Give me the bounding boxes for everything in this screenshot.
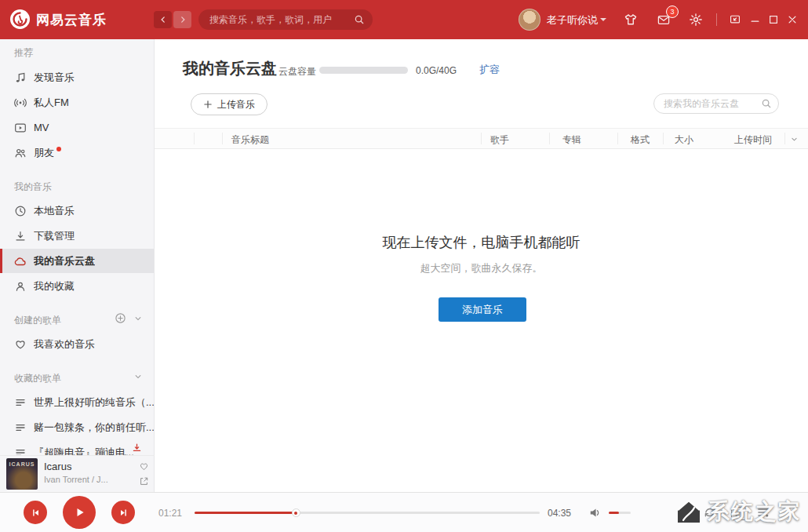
column-divider [549,133,550,144]
mini-mode-icon[interactable] [729,13,741,25]
message-badge: 3 [666,5,679,18]
app-title: 网易云音乐 [36,11,107,29]
add-playlist-icon[interactable] [115,312,126,324]
cloud-search[interactable] [653,93,779,114]
plus-icon [203,100,213,109]
play-queue-icon[interactable] [756,505,770,519]
column-header-artist[interactable]: 歌手 [490,133,509,147]
add-music-button[interactable]: 添加音乐 [439,297,526,322]
sidebar-item-playlist[interactable]: 赌一包辣条，你的前任听... [0,415,155,439]
collapse-collected-chevron-icon[interactable] [133,372,143,381]
topbar-divider [716,13,717,26]
upload-music-button[interactable]: 上传音乐 [191,93,268,115]
progress-thumb[interactable] [292,508,300,517]
play-icon [72,505,86,519]
total-time: 04:35 [548,508,571,519]
cloud-search-input[interactable] [654,94,778,113]
sidebar-item-label: 我的音乐云盘 [34,254,95,268]
empty-state-title: 现在上传文件，电脑手机都能听 [155,233,808,252]
app-logo-icon[interactable] [9,9,31,30]
search-icon[interactable] [761,98,772,109]
chevron-right-icon [179,16,187,24]
sidebar-item-playlist[interactable]: 世界上很好听的纯音乐（... [0,390,155,414]
topbar-search[interactable] [198,9,373,30]
next-track-button[interactable] [111,501,135,524]
download-icon [14,230,27,242]
sidebar-item-label: 我的收藏 [34,279,75,293]
back-button[interactable] [154,11,172,28]
album-cover[interactable]: ICARUS [6,458,38,490]
cloud-icon [14,255,27,268]
column-header-album[interactable]: 专辑 [562,133,581,147]
column-header-format[interactable]: 格式 [631,133,650,147]
user-avatar[interactable] [519,9,540,31]
next-icon [118,508,129,518]
like-heart-icon[interactable] [139,461,149,472]
column-divider [617,133,618,144]
sidebar-section-created-playlists: 创建的歌单 [14,314,61,327]
column-divider [663,133,664,144]
now-playing-panel: ICARUS Icarus Ivan Torrent / J... [0,455,155,492]
forward-button[interactable] [173,11,191,28]
user-menu-caret-icon[interactable] [600,18,606,24]
netease-music-window: 网易云音乐 老子听你说 3 推荐 发现音乐 私人 [0,0,808,532]
mv-video-icon [14,122,27,134]
column-header-title[interactable]: 音乐标题 [231,133,269,147]
sidebar-item-label: 我喜欢的音乐 [34,337,95,352]
collapse-created-chevron-icon[interactable] [133,314,143,323]
column-divider [481,133,482,144]
expand-capacity-link[interactable]: 扩容 [479,63,500,77]
sidebar-item-local-music[interactable]: 本地音乐 [0,199,155,223]
sidebar-item-private-fm[interactable]: 私人FM [0,90,155,115]
gear-icon[interactable] [689,13,703,27]
empty-state-subtitle: 超大空间，歌曲永久保存。 [155,261,808,275]
sidebar-item-download-manager[interactable]: 下载管理 [0,224,155,248]
sidebar-item-mv[interactable]: MV [0,115,155,140]
now-playing-artist[interactable]: Ivan Torrent / J... [44,475,130,484]
notification-dot [56,147,61,151]
search-icon[interactable] [354,14,365,25]
volume-slider[interactable] [609,512,631,514]
previous-icon [31,508,41,518]
sidebar-item-label: 朋友 [34,146,54,160]
close-icon[interactable] [787,14,798,25]
sidebar-item-label: 发现音乐 [34,71,75,85]
now-playing-title[interactable]: Icarus [44,461,130,472]
share-icon[interactable] [139,476,149,486]
fm-broadcast-icon [14,97,27,109]
play-mode-loop-icon[interactable] [703,505,717,519]
upload-music-label: 上传音乐 [217,98,255,111]
sidebar-section-my-music: 我的音乐 [14,180,52,194]
sidebar-item-favorite-music[interactable]: 我喜欢的音乐 [0,332,155,356]
sidebar-item-label: 『超嗨电音』蹦迪电... [34,446,134,456]
local-music-icon [14,205,27,217]
sidebar-item-my-collection[interactable]: 我的收藏 [0,274,155,298]
sidebar: 推荐 发现音乐 私人FM MV 朋友 我的音乐 本地音乐 下载管理 [0,39,155,455]
chevron-left-icon [159,16,167,24]
previous-track-button[interactable] [24,501,47,524]
column-divider [784,133,785,144]
column-divider [222,133,223,144]
progress-bar[interactable] [195,512,540,514]
theme-skin-icon[interactable] [624,13,638,27]
playlist-icon [14,446,27,456]
column-settings-chevron-icon[interactable] [790,135,799,144]
volume-icon[interactable] [588,506,602,519]
sidebar-item-discover[interactable]: 发现音乐 [0,65,155,89]
user-name[interactable]: 老子听你说 [547,13,598,27]
lyrics-button[interactable]: 词 [731,507,746,520]
minimize-icon[interactable] [749,14,761,25]
play-button[interactable] [63,496,96,529]
sidebar-item-music-cloud-drive[interactable]: 我的音乐云盘 [0,249,155,273]
page-title: 我的音乐云盘 [183,58,277,79]
sidebar-item-label: 世界上很好听的纯音乐（... [34,395,155,410]
sidebar-item-friends[interactable]: 朋友 [0,140,155,165]
column-header-upload-time[interactable]: 上传时间 [734,133,772,147]
capacity-bar [319,67,408,74]
topbar-search-input[interactable] [198,9,373,30]
collection-person-icon [14,280,27,293]
column-header-size[interactable]: 大小 [675,133,693,147]
maximize-icon[interactable] [768,14,779,25]
column-divider [194,133,195,144]
playlist-download-arrow-icon [132,443,142,453]
